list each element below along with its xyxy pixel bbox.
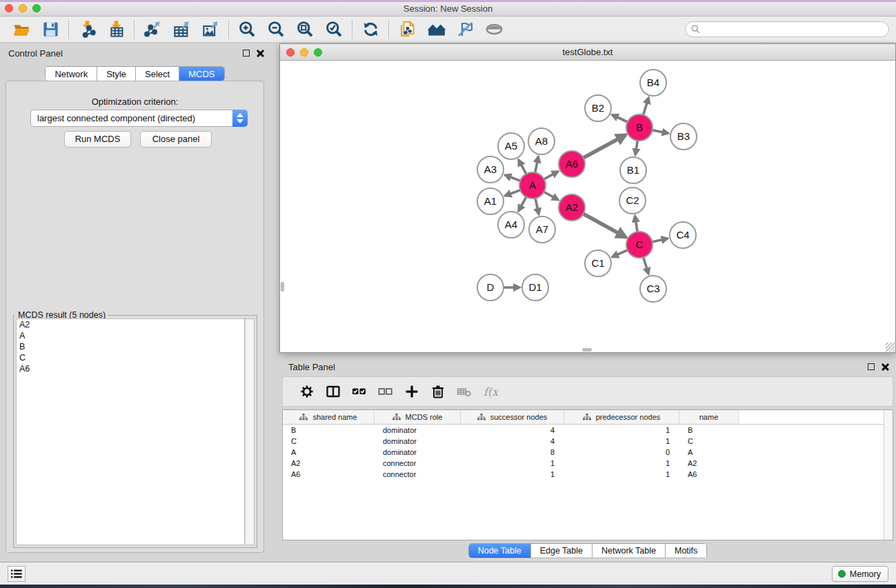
memory-button[interactable]: Memory bbox=[832, 566, 888, 582]
close-panel-button[interactable]: Close panel bbox=[140, 131, 212, 148]
list-item[interactable]: B bbox=[17, 341, 244, 352]
column-header-MCDS-role[interactable]: MCDS role bbox=[375, 410, 461, 424]
run-mcds-button[interactable]: Run MCDS bbox=[64, 131, 131, 148]
main-toolbar bbox=[0, 17, 896, 43]
zoom-out-icon[interactable] bbox=[261, 19, 290, 41]
zoom-fit-icon[interactable] bbox=[290, 19, 319, 41]
search-field-wrap bbox=[685, 21, 889, 37]
svg-text:A6: A6 bbox=[566, 158, 578, 170]
column-header-successor-nodes[interactable]: successor nodes bbox=[461, 410, 564, 424]
list-item[interactable]: A bbox=[17, 330, 244, 341]
table-cell: 0 bbox=[564, 448, 679, 456]
table-cell: C bbox=[679, 437, 739, 445]
node-B2[interactable]: B2 bbox=[585, 95, 611, 121]
network-canvas[interactable]: B4 B2 B B3 A8 A5 A6 A3 B1 A A1 C2 A2 A4 … bbox=[280, 61, 895, 352]
svg-text:f(x): f(x) bbox=[484, 385, 498, 398]
svg-text:B2: B2 bbox=[592, 102, 604, 114]
tab-mcds[interactable]: MCDS bbox=[179, 67, 223, 81]
resize-grip-icon[interactable] bbox=[886, 343, 895, 352]
save-icon[interactable] bbox=[36, 19, 65, 41]
table-row[interactable]: Bdominator41B bbox=[283, 425, 893, 436]
column-view-icon[interactable] bbox=[320, 381, 346, 403]
node-A1[interactable]: A1 bbox=[477, 188, 504, 214]
close-panel-icon[interactable] bbox=[257, 49, 264, 57]
table-row[interactable]: A2connector11A2 bbox=[283, 458, 893, 469]
import-network-icon[interactable] bbox=[72, 19, 101, 41]
open-icon[interactable] bbox=[7, 19, 36, 41]
show-panels-button[interactable] bbox=[8, 566, 26, 582]
refresh-icon[interactable] bbox=[356, 19, 385, 41]
node-B1[interactable]: B1 bbox=[620, 157, 646, 183]
svg-text:C1: C1 bbox=[591, 257, 604, 269]
clone-network-icon[interactable] bbox=[392, 19, 421, 41]
criterion-dropdown[interactable]: largest connected component (directed) bbox=[30, 110, 248, 127]
node-C[interactable]: C bbox=[626, 232, 653, 258]
table-scrollbar[interactable] bbox=[884, 410, 893, 540]
settings-gear-icon[interactable] bbox=[294, 381, 320, 403]
zoom-selected-icon[interactable] bbox=[319, 19, 348, 41]
tab-select[interactable]: Select bbox=[136, 67, 179, 81]
node-C3[interactable]: C3 bbox=[640, 276, 666, 302]
hide-flag-icon[interactable] bbox=[450, 19, 479, 41]
add-row-icon[interactable] bbox=[399, 381, 425, 403]
list-item[interactable]: A2 bbox=[17, 319, 244, 330]
table-row[interactable]: A6connector11A6 bbox=[283, 469, 893, 480]
node-B3[interactable]: B3 bbox=[670, 123, 697, 150]
column-header-name[interactable]: name bbox=[679, 410, 739, 424]
import-table-icon[interactable] bbox=[101, 19, 130, 41]
tab-network[interactable]: Network bbox=[46, 67, 97, 81]
eye-icon[interactable] bbox=[479, 19, 508, 41]
delete-row-icon[interactable] bbox=[425, 381, 451, 403]
node-A4[interactable]: A4 bbox=[498, 212, 524, 238]
tab-network-table[interactable]: Network Table bbox=[593, 544, 666, 558]
search-input[interactable] bbox=[685, 21, 889, 37]
table-row[interactable]: Cdominator41C bbox=[283, 436, 893, 447]
export-table-icon[interactable] bbox=[167, 19, 196, 41]
node-A5[interactable]: A5 bbox=[498, 133, 524, 159]
export-network-icon[interactable] bbox=[138, 19, 167, 41]
node-A8[interactable]: A8 bbox=[528, 128, 555, 154]
network-window-titlebar[interactable]: testGlobe.txt bbox=[280, 44, 895, 61]
list-item[interactable]: A6 bbox=[17, 363, 244, 374]
export-image-icon[interactable] bbox=[196, 19, 225, 41]
horizontal-scroll-thumb[interactable] bbox=[582, 348, 592, 352]
column-header-shared-name[interactable]: shared name bbox=[283, 410, 375, 424]
table-cell: A bbox=[679, 448, 739, 456]
node-B[interactable]: B bbox=[626, 114, 653, 141]
svg-text:A7: A7 bbox=[536, 223, 548, 235]
mcds-list-scrollbar[interactable] bbox=[245, 318, 255, 545]
node-B4[interactable]: B4 bbox=[640, 70, 666, 96]
svg-text:D1: D1 bbox=[528, 281, 541, 293]
float-table-panel-icon[interactable] bbox=[868, 363, 875, 370]
tab-style[interactable]: Style bbox=[97, 67, 136, 81]
node-C2[interactable]: C2 bbox=[619, 187, 646, 214]
table-row[interactable]: Adominator80A bbox=[283, 447, 893, 458]
table-cell: 4 bbox=[461, 437, 564, 445]
node-A6[interactable]: A6 bbox=[559, 151, 585, 177]
node-A2[interactable]: A2 bbox=[559, 194, 585, 221]
mcds-result-list[interactable]: A2ABCA6 bbox=[16, 318, 245, 545]
home-icon[interactable] bbox=[421, 19, 450, 41]
node-D1[interactable]: D1 bbox=[522, 274, 548, 301]
tab-node-table[interactable]: Node Table bbox=[469, 544, 531, 558]
tab-motifs[interactable]: Motifs bbox=[666, 544, 706, 558]
vertical-scroll-thumb[interactable] bbox=[281, 282, 284, 292]
select-all-icon[interactable] bbox=[346, 381, 372, 403]
application-window: Session: New Session Control Panel bbox=[0, 0, 896, 588]
node-D[interactable]: D bbox=[477, 274, 504, 301]
network-graph[interactable]: B4 B2 B B3 A8 A5 A6 A3 B1 A A1 C2 A2 A4 … bbox=[280, 61, 895, 352]
table-cell: connector bbox=[375, 470, 461, 478]
node-A[interactable]: A bbox=[519, 172, 546, 199]
deselect-all-icon[interactable] bbox=[372, 381, 399, 403]
zoom-in-icon[interactable] bbox=[232, 19, 261, 41]
node-C1[interactable]: C1 bbox=[585, 250, 611, 276]
float-panel-icon[interactable] bbox=[243, 50, 250, 57]
close-table-panel-icon[interactable] bbox=[882, 363, 889, 370]
node-A3[interactable]: A3 bbox=[477, 156, 504, 183]
node-C4[interactable]: C4 bbox=[670, 222, 696, 248]
table-cell: C bbox=[283, 437, 375, 445]
tab-edge-table[interactable]: Edge Table bbox=[531, 544, 593, 558]
node-A7[interactable]: A7 bbox=[529, 216, 555, 243]
list-item[interactable]: C bbox=[17, 352, 244, 363]
column-header-predecessor-nodes[interactable]: predecessor nodes bbox=[564, 410, 679, 424]
